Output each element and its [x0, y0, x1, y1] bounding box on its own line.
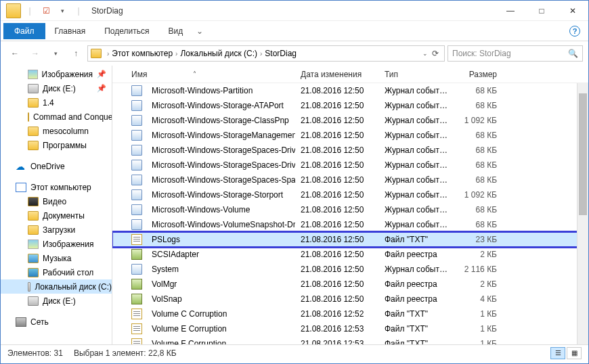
dropdown-icon[interactable]: ▾: [55, 3, 70, 18]
file-row[interactable]: Microsoft-Windows-Storage-Storport21.08.…: [112, 187, 588, 202]
file-row[interactable]: Microsoft-Windows-Storage-ATAPort21.08.2…: [112, 98, 588, 113]
view-switcher: ☰ ▦: [550, 347, 582, 359]
maximize-button[interactable]: □: [526, 1, 557, 21]
sidebar-item-folder[interactable]: Commad and Conquer: [1, 110, 112, 124]
file-name: System: [152, 265, 179, 274]
checkbox-icon[interactable]: ☑: [39, 3, 53, 18]
file-size: 68 КБ: [454, 145, 502, 155]
file-row[interactable]: Microsoft-Windows-Storage-ClassPnp21.08.…: [112, 113, 588, 128]
file-date: 21.08.2016 12:50: [295, 175, 379, 185]
breadcrumb-segment[interactable]: Этот компьютер: [112, 49, 173, 58]
file-row[interactable]: Microsoft-Windows-Volume21.08.2016 12:50…: [112, 202, 588, 217]
sidebar-item-drive-e[interactable]: Диск (E:)📌: [1, 81, 112, 95]
file-row[interactable]: PSLogs21.08.2016 12:50Файл "TXT"23 КБ: [112, 232, 588, 247]
file-size: 1 КБ: [454, 339, 502, 344]
file-date: 21.08.2016 12:50: [295, 205, 379, 214]
file-row[interactable]: Volume E Corruption21.08.2016 12:53Файл …: [112, 321, 588, 336]
search-placeholder: Поиск: StorDiag: [452, 49, 511, 58]
status-item-count: Элементов: 31: [7, 348, 63, 358]
file-type: Файл реестра: [379, 294, 454, 304]
search-input[interactable]: Поиск: StorDiag 🔍: [448, 45, 583, 62]
file-name: SCSIAdapter: [152, 250, 199, 259]
column-header-date[interactable]: Дата изменения: [295, 70, 379, 79]
sidebar-item-this-pc[interactable]: Этот компьютер: [1, 180, 112, 194]
file-icon: [131, 294, 142, 304]
breadcrumb-segment[interactable]: StorDiag: [265, 49, 297, 58]
scrollbar-thumb[interactable]: [579, 93, 587, 215]
sidebar-item-music[interactable]: Музыка: [1, 251, 112, 265]
address-row: ← → ▾ ↑ › Этот компьютер › Локальный дис…: [1, 41, 588, 66]
file-icon: [131, 115, 142, 126]
scrollbar[interactable]: [577, 83, 588, 344]
column-header-size[interactable]: Размер: [454, 70, 502, 79]
sidebar-item-images[interactable]: Изображения📌: [1, 67, 112, 81]
file-icon: [131, 338, 142, 344]
sidebar-item-desktop[interactable]: Рабочий стол: [1, 265, 112, 279]
file-row[interactable]: SCSIAdapter21.08.2016 12:50Файл реестра2…: [112, 247, 588, 262]
file-size: 2 КБ: [454, 250, 502, 259]
sidebar-item-downloads[interactable]: Загрузки: [1, 223, 112, 237]
sidebar-item-drive-e[interactable]: Диск (E:): [1, 294, 112, 308]
chevron-right-icon[interactable]: ›: [104, 50, 112, 58]
file-type: Журнал событий: [379, 86, 454, 95]
chevron-right-icon[interactable]: ›: [257, 50, 265, 58]
tab-view[interactable]: Вид: [158, 21, 192, 41]
file-row[interactable]: Microsoft-Windows-VolumeSnapshot-Dr...21…: [112, 217, 588, 232]
breadcrumb-segment[interactable]: Локальный диск (C:): [180, 49, 257, 58]
sidebar-item-folder[interactable]: 1.4: [1, 95, 112, 110]
file-date: 21.08.2016 12:50: [295, 116, 379, 125]
sidebar-item-pictures[interactable]: Изображения: [1, 237, 112, 251]
chevron-right-icon[interactable]: ›: [173, 50, 180, 58]
address-bar[interactable]: › Этот компьютер › Локальный диск (C:) ›…: [87, 45, 445, 62]
videos-icon: [28, 197, 39, 206]
refresh-button[interactable]: ⟳: [432, 49, 439, 58]
file-type: Файл "TXT": [379, 324, 454, 334]
window-title: StorDiag: [91, 6, 123, 16]
help-button[interactable]: ?: [569, 26, 580, 37]
file-row[interactable]: Microsoft-Windows-StorageManagemen...21.…: [112, 128, 588, 143]
sidebar-item-onedrive[interactable]: ☁OneDrive: [1, 159, 112, 173]
column-header-name[interactable]: Имя˄: [126, 70, 295, 79]
recent-dropdown[interactable]: ▾: [47, 45, 64, 62]
file-row[interactable]: Microsoft-Windows-Partition21.08.2016 12…: [112, 83, 588, 98]
file-icon: [131, 323, 142, 334]
file-row[interactable]: Volume F Corruption21.08.2016 12:53Файл …: [112, 336, 588, 344]
file-icon: [131, 279, 142, 290]
minimize-button[interactable]: —: [495, 1, 526, 21]
icons-view-button[interactable]: ▦: [567, 347, 582, 359]
file-row[interactable]: VolMgr21.08.2016 12:50Файл реестра2 КБ: [112, 277, 588, 292]
file-row[interactable]: Volume C Corruption21.08.2016 12:52Файл …: [112, 306, 588, 321]
main-area: Изображения📌 Диск (E:)📌 1.4 Commad and C…: [1, 66, 588, 344]
sidebar-item-network[interactable]: Сеть: [1, 315, 112, 329]
file-date: 21.08.2016 12:52: [295, 309, 379, 319]
window-controls: — □ ✕: [495, 1, 588, 21]
file-row[interactable]: Microsoft-Windows-StorageSpaces-Driv...2…: [112, 143, 588, 158]
sidebar-item-folder[interactable]: mesocolumn: [1, 124, 112, 138]
file-name: Microsoft-Windows-StorageSpaces-Spac...: [152, 175, 295, 185]
tab-file[interactable]: Файл: [3, 23, 45, 39]
back-button[interactable]: ←: [6, 45, 24, 62]
sidebar-item-local-disk-c[interactable]: Локальный диск (C:): [1, 279, 112, 294]
file-name: Microsoft-Windows-VolumeSnapshot-Dr...: [152, 220, 295, 229]
tab-home[interactable]: Главная: [45, 21, 95, 41]
file-icon: [131, 160, 142, 170]
ribbon-expand-icon[interactable]: ⌄: [196, 26, 203, 36]
details-view-button[interactable]: ☰: [550, 347, 565, 359]
file-date: 21.08.2016 12:50: [295, 250, 379, 259]
column-header-type[interactable]: Тип: [379, 70, 454, 79]
file-type: Журнал событий: [379, 220, 454, 229]
file-row[interactable]: Microsoft-Windows-StorageSpaces-Driv...2…: [112, 158, 588, 173]
file-row[interactable]: VolSnap21.08.2016 12:50Файл реестра4 КБ: [112, 292, 588, 306]
file-row[interactable]: Microsoft-Windows-StorageSpaces-Spac...2…: [112, 173, 588, 187]
file-row[interactable]: System21.08.2016 12:50Журнал событий2 11…: [112, 262, 588, 277]
close-button[interactable]: ✕: [557, 1, 588, 21]
sidebar-item-documents[interactable]: Документы: [1, 208, 112, 223]
history-dropdown-icon[interactable]: ⌄: [422, 50, 428, 57]
tab-share[interactable]: Поделиться: [95, 21, 158, 41]
sidebar-item-videos[interactable]: Видео: [1, 194, 112, 208]
search-icon[interactable]: 🔍: [568, 49, 578, 58]
up-button[interactable]: ↑: [67, 45, 85, 62]
forward-button[interactable]: →: [26, 45, 44, 62]
sidebar-item-folder[interactable]: Программы: [1, 138, 112, 152]
file-icon: [131, 219, 142, 230]
